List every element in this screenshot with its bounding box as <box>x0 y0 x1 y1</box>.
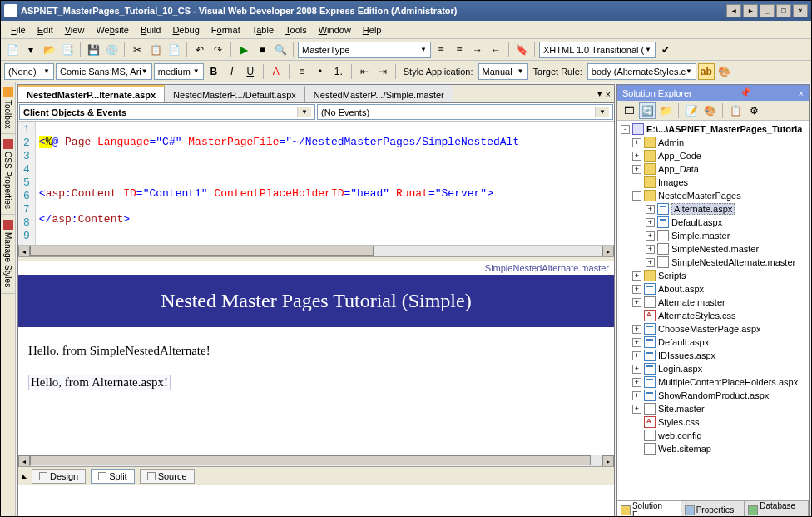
expand-icon[interactable]: + <box>632 325 641 334</box>
file-tab-2[interactable]: NestedMasterP.../Default.aspx <box>165 85 305 102</box>
font-color-button[interactable]: A <box>268 63 285 80</box>
menu-window[interactable]: Window <box>314 23 356 37</box>
target-rule-combo[interactable]: body (AlternateStyles.c▼ <box>587 63 696 80</box>
design-editable-content[interactable]: Hello, from Alternate.aspx! <box>28 375 171 390</box>
solution-tree[interactable]: - E:\...\ASPNET_MasterPages_Tutoria +Adm… <box>617 121 809 500</box>
tab-manage-styles[interactable]: Manage Styles <box>1 215 15 293</box>
expand-icon[interactable]: + <box>632 298 641 307</box>
file-tab-1[interactable]: NestedMasterP...lternate.aspx <box>18 85 165 102</box>
expand-icon[interactable]: + <box>646 231 655 241</box>
close-panel-button[interactable]: × <box>799 88 804 98</box>
maximize-button[interactable]: □ <box>776 4 791 17</box>
tree-item[interactable]: +Scripts <box>619 269 807 282</box>
expand-icon[interactable]: + <box>632 338 641 347</box>
find-combo[interactable]: MasterType▼ <box>298 42 431 58</box>
scroll-left-button[interactable]: ◂ <box>18 455 30 467</box>
paste-button[interactable]: 📄 <box>166 42 182 58</box>
menu-build[interactable]: Build <box>136 23 166 37</box>
stop-button[interactable]: ■ <box>254 42 270 58</box>
bookmark-button[interactable]: 🔖 <box>513 42 530 58</box>
expand-icon[interactable]: + <box>646 205 655 214</box>
tree-item[interactable]: +App_Code <box>619 149 807 162</box>
italic-button[interactable]: I <box>224 63 240 80</box>
tab-toolbox[interactable]: Toolbox <box>1 82 15 134</box>
tree-item[interactable]: +ShowRandomProduct.aspx <box>619 389 807 402</box>
tree-item[interactable]: +SimpleNested.master <box>619 242 807 256</box>
design-scrollbar[interactable]: ◂ ▸ <box>18 455 614 466</box>
view-code-button[interactable]: 📝 <box>683 102 700 119</box>
run-button[interactable]: ▶ <box>235 42 252 58</box>
tree-item[interactable]: Images <box>619 176 807 189</box>
expand-icon[interactable]: + <box>646 245 655 254</box>
scroll-left-button[interactable]: ◂ <box>18 246 30 257</box>
menu-file[interactable]: File <box>6 23 31 37</box>
expand-icon[interactable]: + <box>632 391 641 400</box>
menu-view[interactable]: View <box>60 23 90 37</box>
scroll-right-button[interactable]: ▸ <box>602 246 614 257</box>
find-button[interactable]: 🔍 <box>272 42 289 58</box>
objects-dropdown[interactable]: Client Objects & Events▼ <box>19 104 315 120</box>
tree-item[interactable]: +Default.aspx <box>619 336 807 349</box>
tree-item[interactable]: +Admin <box>619 136 807 149</box>
bullet-list-button[interactable]: • <box>312 63 329 80</box>
underline-button[interactable]: U <box>242 63 259 80</box>
outdent-button[interactable]: ← <box>488 42 504 58</box>
tab-properties[interactable]: Properties <box>681 501 745 517</box>
new-project-button[interactable]: ▾ <box>22 42 39 58</box>
expand-icon[interactable]: + <box>646 258 655 267</box>
tree-item[interactable]: +Simple.master <box>619 229 807 242</box>
tree-item[interactable]: web.config <box>619 429 807 442</box>
menu-debug[interactable]: Debug <box>167 23 204 37</box>
font-size-combo[interactable]: medium▼ <box>154 63 204 80</box>
close-tab-button[interactable]: × <box>606 89 611 99</box>
indent-button[interactable]: → <box>469 42 486 58</box>
tab-solution-explorer[interactable]: Solution E... <box>617 501 681 517</box>
expand-icon[interactable]: + <box>646 218 655 227</box>
tree-item[interactable]: Styles.css <box>619 415 807 429</box>
scroll-right-button[interactable]: ▸ <box>602 455 614 467</box>
menu-format[interactable]: Format <box>206 23 245 37</box>
design-view[interactable]: Nested Master Pages Tutorial (Simple) He… <box>18 275 614 455</box>
add-item-button[interactable]: 📑 <box>59 42 76 58</box>
cut-button[interactable]: ✂ <box>129 42 146 58</box>
tree-item[interactable]: +IDIssues.aspx <box>619 349 807 362</box>
file-tab-3[interactable]: NestedMasterP.../Simple.master <box>305 85 453 102</box>
style-app-combo[interactable]: Manual▼ <box>478 63 528 80</box>
expand-icon[interactable]: - <box>632 191 641 201</box>
view-split-button[interactable]: Split <box>91 469 134 484</box>
code-content[interactable]: <%@ Page Language="C#" MasterPageFile="~… <box>36 122 522 245</box>
tree-item[interactable]: +About.aspx <box>619 282 807 296</box>
expand-icon[interactable]: + <box>632 285 641 294</box>
menu-edit[interactable]: Edit <box>32 23 58 37</box>
tree-item[interactable]: AlternateStyles.css <box>619 309 807 322</box>
skin-prev-button[interactable]: ◂ <box>726 4 741 17</box>
tab-dropdown-icon[interactable]: ▾ <box>597 88 602 99</box>
save-all-button[interactable]: 💿 <box>103 42 120 58</box>
tree-item[interactable]: +App_Data <box>619 162 807 176</box>
expand-icon[interactable]: + <box>632 378 641 387</box>
new-file-button[interactable]: 📄 <box>4 42 21 58</box>
uncomment-button[interactable]: ≡ <box>451 42 468 58</box>
expand-icon[interactable]: + <box>632 271 641 281</box>
view-designer-button[interactable]: 🎨 <box>701 102 718 119</box>
view-design-button[interactable]: Design <box>32 469 86 484</box>
minimize-button[interactable]: _ <box>760 4 775 17</box>
tree-item[interactable]: +SimpleNestedAlternate.master <box>619 256 807 269</box>
tree-item[interactable]: +Default.aspx <box>619 216 807 229</box>
open-button[interactable]: 📂 <box>41 42 57 58</box>
tab-css-properties[interactable]: CSS Properties <box>1 134 15 215</box>
refresh-button[interactable]: 🔄 <box>639 102 656 119</box>
menu-table[interactable]: Table <box>247 23 279 37</box>
menu-tools[interactable]: Tools <box>280 23 312 37</box>
tree-item[interactable]: -NestedMasterPages <box>619 189 807 202</box>
align-left-button[interactable]: ≡ <box>294 63 310 80</box>
tree-item[interactable]: +Site.master <box>619 402 807 415</box>
expand-icon[interactable]: + <box>632 351 641 360</box>
outdent-button[interactable]: ⇤ <box>356 63 373 80</box>
expand-icon[interactable]: - <box>621 125 630 134</box>
new-style-button[interactable]: 🎨 <box>716 63 733 80</box>
block-format-combo[interactable]: (None)▼ <box>4 63 54 80</box>
comment-button[interactable]: ≡ <box>433 42 449 58</box>
copy-button[interactable]: 📋 <box>147 42 164 58</box>
expand-icon[interactable]: + <box>632 165 641 174</box>
